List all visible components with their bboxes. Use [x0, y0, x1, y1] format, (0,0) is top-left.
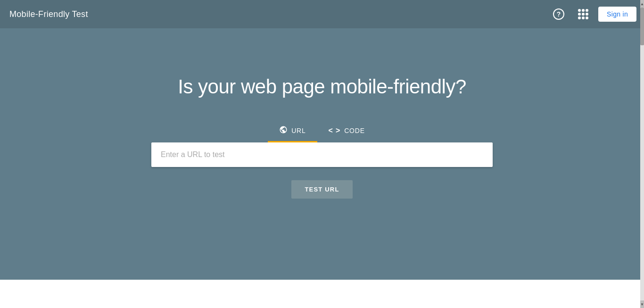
test-url-button[interactable]: TEST URL	[291, 180, 352, 199]
url-input[interactable]	[151, 142, 493, 167]
tab-url[interactable]: URL	[268, 121, 317, 142]
main-content: Is your web page mobile-friendly? URL < …	[0, 28, 644, 280]
app-title: Mobile-Friendly Test	[9, 9, 88, 19]
url-input-container	[151, 142, 493, 167]
tab-code-label: CODE	[344, 127, 365, 134]
code-brackets-icon: < >	[329, 126, 341, 135]
bottom-section	[0, 280, 644, 308]
globe-icon	[279, 125, 288, 135]
app-header: Mobile-Friendly Test ? Sign in	[0, 0, 644, 28]
tab-code[interactable]: < > CODE	[317, 122, 376, 142]
scroll-up-arrow[interactable]: ▲	[640, 0, 644, 8]
apps-button[interactable]	[574, 5, 593, 24]
help-button[interactable]: ?	[549, 5, 568, 24]
apps-grid-icon	[578, 9, 588, 19]
help-icon: ?	[553, 8, 564, 20]
tab-url-label: URL	[291, 127, 305, 134]
sign-in-button[interactable]: Sign in	[598, 7, 636, 22]
scroll-down-arrow[interactable]: ▼	[640, 300, 644, 308]
scrollbar-thumb[interactable]	[640, 8, 644, 45]
header-actions: ? Sign in	[549, 5, 636, 24]
scrollbar[interactable]: ▲ ▼	[640, 0, 644, 308]
tabs-container: URL < > CODE	[268, 121, 376, 142]
page-heading: Is your web page mobile-friendly?	[178, 75, 466, 98]
